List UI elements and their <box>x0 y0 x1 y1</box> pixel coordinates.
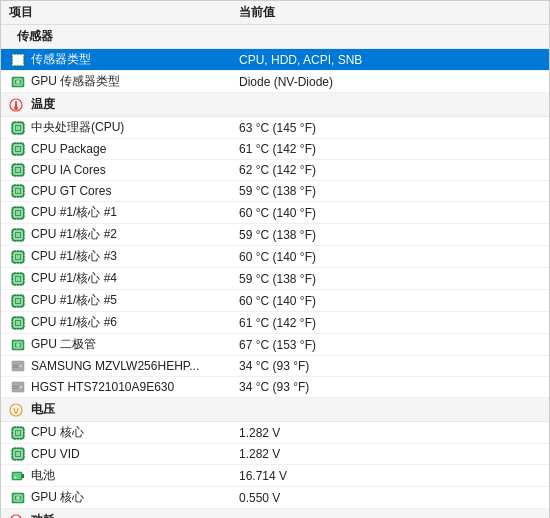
row-value-label: 60 °C (140 °F) <box>239 250 541 264</box>
table-row[interactable]: CPU IA Cores62 °C (142 °F) <box>1 160 549 181</box>
table-row[interactable]: CPU VID1.282 V <box>1 444 549 465</box>
svg-point-220 <box>16 496 20 500</box>
row-name-label: CPU VID <box>29 447 239 461</box>
row-value-label: 60 °C (140 °F) <box>239 206 541 220</box>
svg-text:V: V <box>13 406 19 416</box>
section-header-voltage[interactable]: V 电压 <box>1 398 549 422</box>
svg-rect-215 <box>22 474 24 478</box>
svg-rect-143 <box>16 299 20 303</box>
cpu-icon <box>9 293 27 309</box>
cpu-icon <box>9 425 27 441</box>
row-value-label: 16.714 V <box>239 469 541 483</box>
row-name-label: CPU 核心 <box>29 424 239 441</box>
power-section-icon: W <box>9 514 27 519</box>
hdd-icon <box>9 358 27 374</box>
row-name-label: CPU IA Cores <box>29 163 239 177</box>
table-row[interactable]: CPU #1/核心 #560 °C (140 °F) <box>1 290 549 312</box>
row-value-label: 59 °C (138 °F) <box>239 184 541 198</box>
cpu-icon <box>9 249 27 265</box>
svg-rect-177 <box>13 367 18 368</box>
svg-point-175 <box>19 364 23 368</box>
section-header-power[interactable]: W 功耗 <box>1 509 549 518</box>
row-name-label: GPU 传感器类型 <box>29 73 239 90</box>
cpu-icon <box>9 162 27 178</box>
svg-point-173 <box>16 343 20 347</box>
row-value-label: 61 °C (142 °F) <box>239 316 541 330</box>
cpu-icon <box>9 141 27 157</box>
table-row[interactable]: GPU 核心0.550 V <box>1 487 549 509</box>
row-value-label: CPU, HDD, ACPI, SNB <box>239 53 541 67</box>
row-value-label: 63 °C (145 °F) <box>239 121 541 135</box>
row-name-label: HGST HTS721010A9E630 <box>29 380 239 394</box>
hdd-icon <box>9 379 27 395</box>
table-row[interactable]: GPU 传感器类型Diode (NV-Diode) <box>1 71 549 93</box>
svg-rect-113 <box>16 255 20 259</box>
cpu-icon <box>9 315 27 331</box>
row-value-label: 1.282 V <box>239 426 541 440</box>
cpu-icon <box>9 446 27 462</box>
row-name-label: CPU #1/核心 #6 <box>29 314 239 331</box>
table-row[interactable]: 传感器类型CPU, HDD, ACPI, SNB <box>1 49 549 71</box>
row-name-label: SAMSUNG MZVLW256HEHP... <box>29 359 239 373</box>
gpu-icon <box>9 490 27 506</box>
table-row[interactable]: CPU Package61 °C (142 °F) <box>1 139 549 160</box>
table-row[interactable]: CPU #1/核心 #661 °C (142 °F) <box>1 312 549 334</box>
row-name-label: GPU 核心 <box>29 489 239 506</box>
svg-rect-68 <box>16 189 20 193</box>
row-name-label: CPU #1/核心 #3 <box>29 248 239 265</box>
svg-rect-201 <box>16 452 20 456</box>
table-row[interactable]: HGST HTS721010A9E63034 °C (93 °F) <box>1 377 549 398</box>
table-row[interactable]: + 电池16.714 V <box>1 465 549 487</box>
row-value-label: 61 °C (142 °F) <box>239 142 541 156</box>
table-row[interactable]: CPU GT Cores59 °C (138 °F) <box>1 181 549 202</box>
section-label-power: 功耗 <box>31 512 55 518</box>
row-name-label: 传感器类型 <box>29 51 239 68</box>
row-name-label: CPU #1/核心 #1 <box>29 204 239 221</box>
cpu-icon <box>9 227 27 243</box>
svg-rect-180 <box>13 386 18 387</box>
row-name-label: CPU #1/核心 #4 <box>29 270 239 287</box>
header-col-name: 项目 <box>9 4 239 21</box>
row-name-label: CPU #1/核心 #2 <box>29 226 239 243</box>
svg-rect-2 <box>16 58 20 62</box>
section-header-sensors[interactable]: 传感器 <box>1 25 549 49</box>
row-value-label: 1.282 V <box>239 447 541 461</box>
row-value-label: 34 °C (93 °F) <box>239 359 541 373</box>
cpu-icon <box>9 120 27 136</box>
section-header-temperature[interactable]: 温度 <box>1 93 549 117</box>
temperature-section-icon <box>9 98 27 112</box>
row-name-label: GPU 二极管 <box>29 336 239 353</box>
section-label-voltage: 电压 <box>31 401 55 418</box>
svg-rect-53 <box>16 168 20 172</box>
svg-rect-158 <box>16 321 20 325</box>
gpu-icon <box>9 74 27 90</box>
row-value-label: 59 °C (138 °F) <box>239 272 541 286</box>
table-row[interactable]: CPU #1/核心 #459 °C (138 °F) <box>1 268 549 290</box>
svg-rect-23 <box>16 126 20 130</box>
row-name-label: CPU #1/核心 #5 <box>29 292 239 309</box>
table-row[interactable]: CPU #1/核心 #160 °C (140 °F) <box>1 202 549 224</box>
row-name-label: CPU Package <box>29 142 239 156</box>
svg-text:+: + <box>14 474 17 480</box>
table-row[interactable]: CPU 核心1.282 V <box>1 422 549 444</box>
row-value-label: 0.550 V <box>239 491 541 505</box>
row-value-label: Diode (NV-Diode) <box>239 75 541 89</box>
table-row[interactable]: 中央处理器(CPU)63 °C (145 °F) <box>1 117 549 139</box>
cpu-icon <box>9 205 27 221</box>
table-row[interactable]: GPU 二极管67 °C (153 °F) <box>1 334 549 356</box>
row-name-label: CPU GT Cores <box>29 184 239 198</box>
row-value-label: 60 °C (140 °F) <box>239 294 541 308</box>
table-row[interactable]: CPU #1/核心 #259 °C (138 °F) <box>1 224 549 246</box>
cpu-icon <box>9 271 27 287</box>
svg-rect-128 <box>16 277 20 281</box>
main-container: 项目 当前值 传感器 传感器类型CPU, HDD, ACPI, SNB GPU … <box>0 0 550 518</box>
table-body: 传感器 传感器类型CPU, HDD, ACPI, SNB GPU 传感器类型Di… <box>1 25 549 518</box>
svg-rect-181 <box>13 388 18 389</box>
table-row[interactable]: SAMSUNG MZVLW256HEHP...34 °C (93 °F) <box>1 356 549 377</box>
table-row[interactable]: CPU #1/核心 #360 °C (140 °F) <box>1 246 549 268</box>
svg-point-20 <box>14 106 18 110</box>
row-name-label: 电池 <box>29 467 239 484</box>
row-value-label: 34 °C (93 °F) <box>239 380 541 394</box>
cpu-icon <box>9 183 27 199</box>
svg-rect-176 <box>13 365 18 366</box>
